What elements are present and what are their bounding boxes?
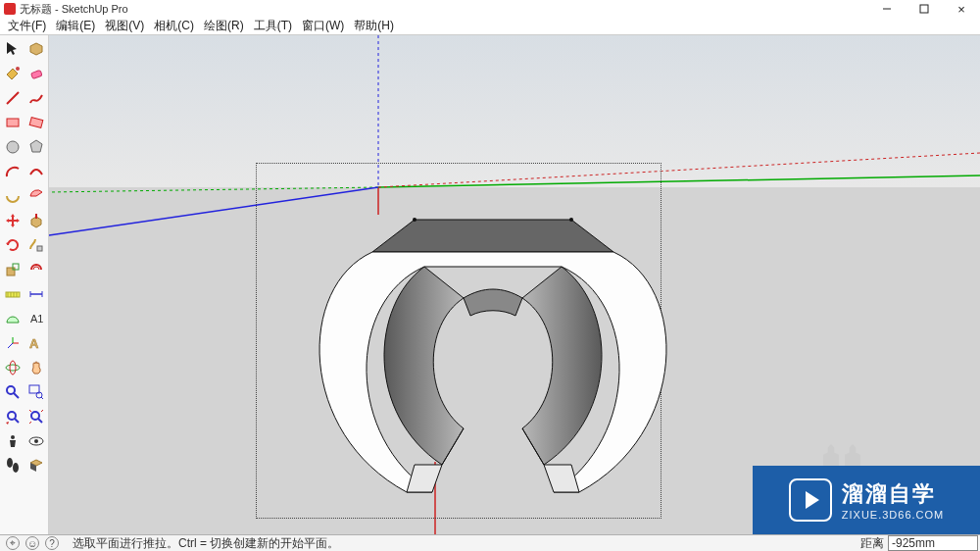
menu-camera[interactable]: 相机(C) xyxy=(150,18,198,34)
menu-help[interactable]: 帮助(H) xyxy=(350,18,398,34)
svg-point-36 xyxy=(13,463,19,473)
svg-line-21 xyxy=(8,343,13,348)
svg-marker-44 xyxy=(372,220,613,252)
app-icon xyxy=(4,3,16,15)
followme-tool[interactable] xyxy=(24,233,47,256)
main-toolbar: A1 A xyxy=(0,35,49,534)
3pt-arc-tool[interactable] xyxy=(1,184,24,207)
move-tool[interactable] xyxy=(1,209,24,231)
protractor-tool[interactable] xyxy=(1,307,24,329)
watermark-title: 溜溜自学 xyxy=(842,479,936,509)
svg-point-24 xyxy=(10,361,16,375)
position-camera-tool[interactable] xyxy=(1,429,24,452)
svg-rect-9 xyxy=(37,246,42,251)
scale-figure-icon xyxy=(823,444,860,468)
svg-rect-3 xyxy=(30,70,41,78)
svg-marker-46 xyxy=(544,465,579,492)
status-geolocate-button[interactable]: ⌖ xyxy=(6,536,20,550)
axes-tool[interactable] xyxy=(1,331,24,354)
play-icon xyxy=(789,478,832,522)
circle-tool[interactable] xyxy=(1,135,24,158)
svg-rect-5 xyxy=(7,119,19,126)
svg-point-49 xyxy=(413,218,416,222)
tape-tool[interactable] xyxy=(1,282,24,305)
svg-rect-10 xyxy=(7,268,15,276)
svg-rect-27 xyxy=(29,385,39,393)
viewport[interactable] xyxy=(49,35,980,534)
line-tool[interactable] xyxy=(1,86,24,109)
zoom-window-tool[interactable] xyxy=(24,380,47,403)
zoom-extents-tool[interactable] xyxy=(24,405,47,427)
menu-view[interactable]: 视图(V) xyxy=(101,18,148,34)
arc-tool[interactable] xyxy=(1,160,24,182)
select-tool[interactable] xyxy=(1,37,24,60)
pushpull-tool[interactable] xyxy=(24,209,47,231)
svg-point-30 xyxy=(8,412,16,420)
svg-rect-1 xyxy=(920,5,928,13)
pan-tool[interactable] xyxy=(24,356,47,378)
model-arch[interactable] xyxy=(317,208,669,531)
svg-marker-8 xyxy=(30,140,42,152)
eraser-tool[interactable] xyxy=(24,62,47,84)
menu-tools[interactable]: 工具(T) xyxy=(250,18,296,34)
svg-line-29 xyxy=(41,397,43,399)
pie-tool[interactable] xyxy=(24,184,47,207)
offset-tool[interactable] xyxy=(24,258,47,280)
prev-view-tool[interactable] xyxy=(1,405,24,427)
svg-point-34 xyxy=(34,439,38,443)
status-help-button[interactable]: ? xyxy=(45,536,59,550)
paint-tool[interactable] xyxy=(1,62,24,84)
close-button[interactable]: × xyxy=(943,0,980,18)
svg-point-7 xyxy=(7,141,19,153)
orbit-tool[interactable] xyxy=(1,356,24,378)
svg-text:A: A xyxy=(29,336,39,351)
minimize-button[interactable] xyxy=(868,0,906,18)
distance-input[interactable]: -925mm xyxy=(888,535,978,551)
rotated-rect-tool[interactable] xyxy=(24,111,47,133)
zoom-tool[interactable] xyxy=(1,380,24,403)
rotate-tool[interactable] xyxy=(1,233,24,256)
freehand-tool[interactable] xyxy=(24,86,47,109)
title-bar: 无标题 - SketchUp Pro × xyxy=(0,0,980,18)
watermark-badge: 溜溜自学 ZIXUE.3D66.COM xyxy=(753,466,980,534)
status-credits-button[interactable]: ☺ xyxy=(25,536,39,550)
menu-file[interactable]: 文件(F) xyxy=(4,18,50,34)
dimension-tool[interactable] xyxy=(24,282,47,305)
distance-label: 距离 xyxy=(860,535,884,552)
section-tool[interactable] xyxy=(24,454,47,476)
svg-point-50 xyxy=(569,218,573,222)
2pt-arc-tool[interactable] xyxy=(24,160,47,182)
3dtext-tool[interactable]: A xyxy=(24,331,47,354)
svg-line-4 xyxy=(7,92,19,104)
lookaround-tool[interactable] xyxy=(24,429,47,452)
svg-point-31 xyxy=(31,412,39,420)
svg-point-32 xyxy=(11,435,15,439)
component-tool[interactable] xyxy=(24,37,47,60)
svg-point-2 xyxy=(16,67,20,71)
scale-tool[interactable] xyxy=(1,258,24,280)
svg-text:A1: A1 xyxy=(30,313,43,325)
walk-tool[interactable] xyxy=(1,454,24,476)
svg-line-26 xyxy=(14,393,19,398)
svg-point-35 xyxy=(7,458,13,468)
svg-point-23 xyxy=(6,365,20,371)
status-hint: 选取平面进行推拉。Ctrl = 切换创建新的开始平面。 xyxy=(73,535,339,552)
polygon-tool[interactable] xyxy=(24,135,47,158)
menu-edit[interactable]: 编辑(E) xyxy=(52,18,99,34)
text-tool[interactable]: A1 xyxy=(24,307,47,329)
window-controls: × xyxy=(868,0,980,18)
watermark-url: ZIXUE.3D66.COM xyxy=(842,509,944,521)
svg-point-25 xyxy=(7,386,15,394)
window-title: 无标题 - SketchUp Pro xyxy=(20,2,128,17)
status-bar: ⌖ ☺ ? 选取平面进行推拉。Ctrl = 切换创建新的开始平面。 距离 -92… xyxy=(0,534,980,551)
svg-marker-45 xyxy=(407,465,442,492)
rectangle-tool[interactable] xyxy=(1,111,24,133)
maximize-button[interactable] xyxy=(906,0,943,18)
menu-bar: 文件(F) 编辑(E) 视图(V) 相机(C) 绘图(R) 工具(T) 窗口(W… xyxy=(0,18,980,35)
svg-rect-6 xyxy=(29,117,43,127)
menu-draw[interactable]: 绘图(R) xyxy=(200,18,248,34)
menu-window[interactable]: 窗口(W) xyxy=(298,18,348,34)
